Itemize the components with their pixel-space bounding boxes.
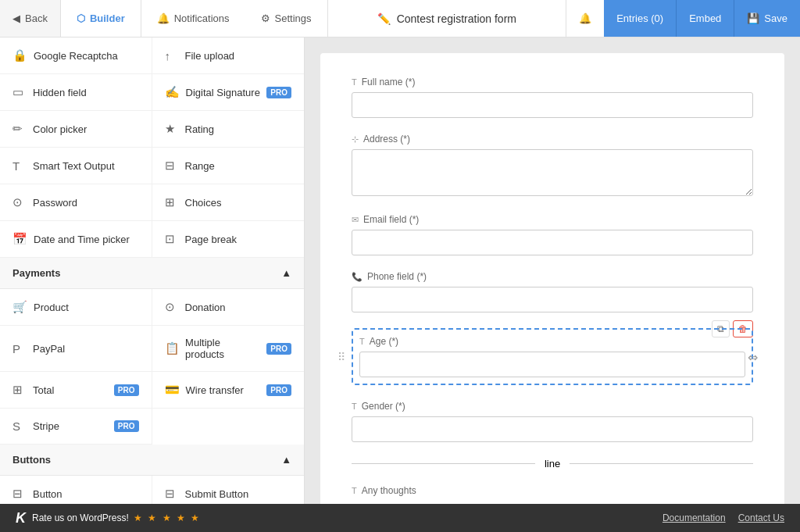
- documentation-link[interactable]: Documentation: [662, 512, 726, 523]
- sidebar-item-rating[interactable]: ★ Rating: [152, 111, 305, 148]
- builder-label: Builder: [90, 12, 125, 24]
- text-icon: T: [359, 337, 365, 346]
- payments-label: Payments: [12, 267, 60, 279]
- sidebar-item-wire-transfer[interactable]: 💳 Wire transfer PRO: [152, 372, 305, 409]
- sidebar-item-submit-button[interactable]: ⊟ Submit Button: [152, 476, 305, 504]
- sidebar-item-smart-text[interactable]: T Smart Text Output: [0, 148, 152, 184]
- submit-button-icon: ⊟: [165, 487, 179, 501]
- sidebar-item-total[interactable]: ⊞ Total PRO: [0, 372, 152, 409]
- sidebar-item-digital-signature[interactable]: ✍ Digital Signature PRO: [152, 74, 305, 111]
- sidebar-item-choices[interactable]: ⊞ Choices: [152, 184, 305, 221]
- notifications-tab[interactable]: 🔔 Notifications: [141, 0, 245, 37]
- sidebar-item-datetime[interactable]: 📅 Date and Time picker: [0, 221, 152, 258]
- sidebar-item-file-upload[interactable]: ↑ File upload: [152, 37, 305, 74]
- sidebar-item-page-break[interactable]: ⊡ Page break: [152, 221, 305, 258]
- payments-section-header[interactable]: Payments ▲: [0, 258, 304, 289]
- sidebar-item-hidden-field[interactable]: ▭ Hidden field: [0, 74, 152, 111]
- pro-badge: PRO: [266, 384, 291, 396]
- sidebar-item-multiple-products[interactable]: 📋 Multiple products PRO: [152, 326, 305, 372]
- divider-line: line: [352, 458, 753, 470]
- stripe-icon: S: [12, 420, 27, 433]
- text-icon: T: [352, 402, 357, 411]
- label-text: Full name (*): [362, 77, 416, 87]
- sidebar-item-label: Choices: [185, 197, 222, 209]
- embed-label: Embed: [689, 12, 721, 24]
- age-input[interactable]: [359, 352, 745, 377]
- sidebar-item-label: Product: [34, 302, 69, 313]
- sidebar-item-label: Smart Text Output: [33, 160, 115, 172]
- multiple-products-icon: 📋: [165, 341, 180, 355]
- sidebar-item-google-recaptcha[interactable]: 🔒 Google Recaptcha: [0, 37, 152, 74]
- label-text: Address (*): [363, 134, 410, 145]
- collapse-icon: ▲: [281, 454, 291, 466]
- save-label: Save: [764, 12, 788, 24]
- nav-actions: 🔔 Entries (0) Embed 💾 Save: [566, 0, 800, 37]
- field-label: ⊹ Address (*): [352, 134, 753, 145]
- gender-input[interactable]: [352, 416, 753, 442]
- sidebar-item-product[interactable]: 🛒 Product: [0, 289, 152, 326]
- field-selected-wrapper: ⠿ T Age (*) ⇔: [352, 328, 753, 385]
- drag-handle[interactable]: ⠿: [338, 351, 345, 363]
- password-icon: ⊙: [12, 195, 27, 209]
- sidebar-item-label: Rating: [185, 123, 215, 135]
- builder-icon: ⬡: [77, 12, 85, 24]
- buttons-section-header[interactable]: Buttons ▲: [0, 445, 304, 476]
- sidebar-item-label: PayPal: [33, 343, 65, 355]
- label-text: Email field (*): [363, 214, 419, 225]
- back-label: Back: [25, 12, 48, 24]
- settings-tab[interactable]: ⚙ Settings: [245, 0, 328, 37]
- upload-icon: ↑: [165, 49, 179, 62]
- sidebar-item-donation[interactable]: ⊙ Donation: [152, 289, 305, 326]
- phone-input[interactable]: [352, 287, 753, 312]
- paypal-icon: P: [12, 342, 27, 355]
- alert-bell-icon: 🔔: [579, 12, 591, 24]
- full-name-input[interactable]: [352, 92, 753, 118]
- settings-label: Settings: [275, 12, 312, 24]
- sidebar-item-label: Wire transfer: [186, 384, 244, 396]
- sidebar-item-paypal[interactable]: P PayPal: [0, 326, 152, 372]
- alert-bell-button[interactable]: 🔔: [566, 0, 604, 37]
- main-area: 🔒 Google Recaptcha ↑ File upload ▭ Hidde…: [0, 37, 800, 504]
- email-input[interactable]: [352, 230, 753, 255]
- field-phone: 📞 Phone field (*): [352, 271, 753, 312]
- datetime-icon: 📅: [12, 232, 27, 246]
- sidebar-item-label: Donation: [185, 302, 226, 313]
- notifications-label: Notifications: [174, 12, 230, 24]
- resize-handle[interactable]: ⇔: [748, 349, 758, 364]
- buttons-label: Buttons: [12, 454, 51, 466]
- sidebar-item-password[interactable]: ⊙ Password: [0, 184, 152, 221]
- label-text: Phone field (*): [367, 271, 427, 282]
- save-button[interactable]: 💾 Save: [734, 0, 800, 37]
- wire-transfer-icon: 💳: [165, 383, 180, 397]
- recaptcha-icon: 🔒: [12, 48, 27, 62]
- embed-button[interactable]: Embed: [676, 0, 734, 37]
- sidebar-item-label: Multiple products: [185, 337, 260, 360]
- color-picker-icon: ✏: [12, 122, 27, 136]
- sidebar-items-top: 🔒 Google Recaptcha ↑ File upload ▭ Hidde…: [0, 37, 304, 258]
- label-text: Any thoughts: [362, 485, 416, 496]
- footer-stars: ★ ★ ★ ★ ★: [134, 512, 201, 523]
- gear-icon: ⚙: [261, 12, 270, 24]
- builder-tab[interactable]: ⬡ Builder: [61, 0, 141, 37]
- label-text: Age (*): [370, 336, 398, 347]
- sidebar-item-stripe[interactable]: S Stripe PRO: [0, 409, 152, 445]
- address-input[interactable]: [352, 149, 753, 196]
- back-button[interactable]: ◀ Back: [0, 0, 61, 37]
- pro-badge: PRO: [266, 343, 291, 355]
- contact-us-link[interactable]: Contact Us: [738, 512, 784, 523]
- entries-button[interactable]: Entries (0): [604, 0, 676, 37]
- donation-icon: ⊙: [165, 300, 179, 314]
- button-icon: ⊟: [12, 487, 27, 501]
- field-label: T Gender (*): [352, 401, 753, 412]
- sidebar-item-button[interactable]: ⊟ Button: [0, 476, 152, 504]
- text-icon: T: [352, 486, 357, 495]
- page-break-icon: ⊡: [165, 232, 179, 246]
- sidebar-item-range[interactable]: ⊟ Range: [152, 148, 305, 184]
- sidebar-item-label: Button: [33, 488, 62, 500]
- footer-left: K Rate us on WordPress! ★ ★ ★ ★ ★: [16, 510, 201, 527]
- signature-icon: ✍: [165, 85, 180, 99]
- sidebar-item-color-picker[interactable]: ✏ Color picker: [0, 111, 152, 148]
- label-text: Gender (*): [362, 401, 405, 412]
- form-canvas: T Full name (*) ⊹ Address (*) ✉ Email fi…: [305, 37, 800, 504]
- sidebar-item-label: Google Recaptcha: [34, 50, 118, 62]
